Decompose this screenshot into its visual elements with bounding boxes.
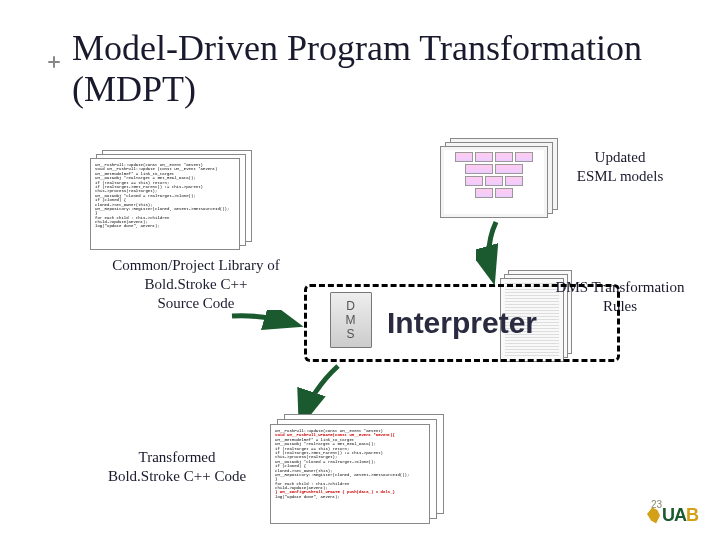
logo-b: B	[686, 505, 698, 526]
label-updated-models: Updated ESML models	[560, 148, 680, 186]
interpreter-label: Interpreter	[387, 306, 537, 340]
label-common-lib: Common/Project Library of Bold.Stroke C+…	[96, 256, 296, 312]
thumb-contents	[444, 150, 544, 214]
code-text: UM__PushPull::Update(const UM__Event *aE…	[95, 163, 235, 229]
thumb-front	[440, 146, 548, 218]
slide-title: Model-Driven Program Transformation (MDP…	[72, 28, 648, 111]
arrow-lib-to-interp	[226, 310, 306, 350]
uab-dragon-icon	[647, 508, 660, 524]
logo-a: A	[674, 505, 686, 526]
out-code-text: UM__PushPull::Update(const UM__Event *aE…	[275, 429, 425, 499]
logo-u: U	[662, 505, 674, 526]
uab-logo: UAB	[647, 505, 698, 526]
source-code-sheets: UM__PushPull::Update(const UM__Event *aE…	[90, 150, 250, 250]
output-code-sheets: UM__PushPull::Update(const UM__Event *aE…	[270, 414, 442, 524]
out-front: UM__PushPull::Update(const UM__Event *aE…	[270, 424, 430, 524]
slide-root: Model-Driven Program Transformation (MDP…	[0, 0, 720, 540]
esml-model-thumbs	[440, 138, 560, 218]
sheet-front: UM__PushPull::Update(const UM__Event *aE…	[90, 158, 240, 250]
interpreter-box: Interpreter	[304, 284, 620, 362]
label-transformed: Transformed Bold.Stroke C++ Code	[92, 448, 262, 486]
arrow-models-to-interp	[476, 218, 516, 286]
title-bullet-icon	[48, 56, 60, 68]
